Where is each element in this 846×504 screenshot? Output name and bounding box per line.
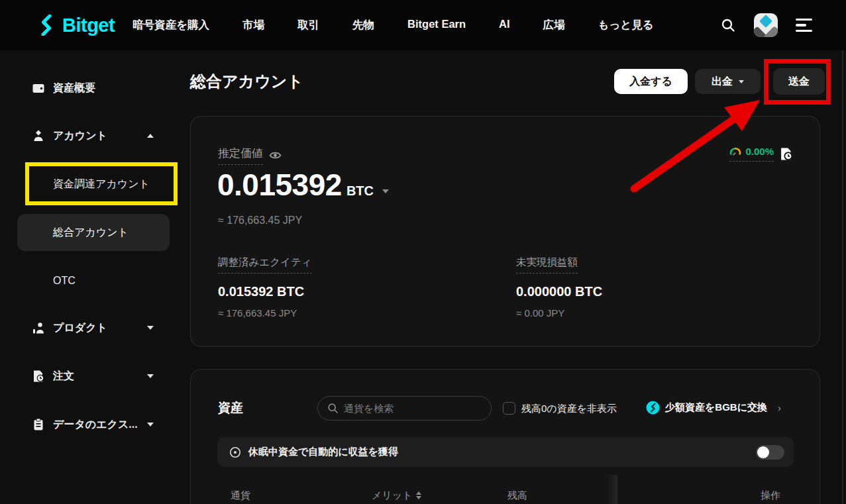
total-value-unit: BTC: [346, 183, 374, 199]
sidebar-label: 資金調達アカウント: [53, 177, 150, 191]
search-icon[interactable]: [720, 17, 736, 33]
sidebar-item-otc[interactable]: OTC: [0, 268, 191, 294]
assets-title: 資産: [218, 399, 243, 417]
sidebar-item-asset-overview[interactable]: 資産概要: [0, 75, 191, 101]
wallet-icon: [32, 81, 45, 95]
unrealized-pnl-value: 0.000000 BTC: [516, 284, 602, 299]
menu-icon[interactable]: [796, 19, 813, 32]
nav-item-earn[interactable]: Bitget Earn: [407, 18, 466, 32]
convert-to-bgb-label: 少額資産をBGBに交換: [665, 401, 767, 414]
pnl-summary: 0.00%: [729, 146, 793, 162]
eye-icon[interactable]: [269, 149, 282, 162]
expand-icon: [147, 423, 154, 427]
page-title: 総合アカウント: [190, 71, 303, 92]
withdraw-label: 出金: [712, 75, 733, 89]
nav-item-buy-crypto[interactable]: 暗号資産を購入: [132, 18, 209, 32]
withdraw-button[interactable]: 出金: [695, 69, 761, 94]
nav-item-ai[interactable]: AI: [499, 18, 510, 32]
expand-icon: [147, 326, 154, 330]
pnl-history-icon[interactable]: [779, 147, 793, 161]
nav-item-more[interactable]: もっと見る: [598, 18, 654, 32]
auto-earn-label: 休眠中資金で自動的に収益を獲得: [248, 446, 398, 458]
bitget-logo[interactable]: Bitget: [36, 15, 115, 36]
auto-earn-toggle[interactable]: [756, 445, 784, 460]
unrealized-pnl-block: 未実現損益額 0.000000 BTC ≈ 0.00 JPY: [516, 256, 602, 319]
toggle-knob: [757, 446, 769, 458]
chevron-right-icon: ›: [778, 402, 781, 413]
nav-menu: 暗号資産を購入 市場 取引 先物 Bitget Earn AI 広場 もっと見る: [132, 18, 653, 32]
column-header-balance: 残高: [507, 489, 527, 502]
sidebar-item-orders[interactable]: 注文: [0, 363, 191, 389]
sidebar-label: アカウント: [53, 129, 107, 143]
sidebar-item-products[interactable]: プロダクト: [0, 315, 191, 341]
hide-zero-label[interactable]: 残高0の資産を非表示: [521, 403, 617, 415]
sidebar-label: OTC: [53, 275, 76, 287]
column-header-benefit[interactable]: メリット: [372, 489, 412, 502]
account-icon: [32, 129, 45, 142]
sidebar-label: データのエクス...: [53, 418, 138, 432]
search-icon: [327, 403, 339, 414]
total-value: 0.015392: [217, 167, 342, 203]
chevron-down-icon: [739, 80, 744, 83]
transfer-button[interactable]: 送金: [773, 68, 825, 95]
sidebar-label: 資産概要: [53, 81, 95, 95]
bitget-assets-page: Bitget 暗号資産を購入 市場 取引 先物 Bitget Earn AI 広…: [0, 0, 846, 504]
clipboard-icon: [32, 418, 45, 431]
column-header-coin: 通貨: [231, 489, 250, 502]
expand-icon: [147, 374, 154, 378]
adjusted-equity-fiat: ≈ 176,663.45 JPY: [218, 307, 312, 319]
adjusted-equity-label: 調整済みエクイティ: [218, 256, 312, 274]
avatar[interactable]: [754, 13, 778, 37]
adjusted-equity-block: 調整済みエクイティ 0.015392 BTC ≈ 176,663.45 JPY: [218, 256, 312, 319]
adjusted-equity-value: 0.015392 BTC: [218, 284, 312, 299]
sidebar-label: 総合アカウント: [53, 226, 129, 240]
top-nav: Bitget 暗号資産を購入 市場 取引 先物 Bitget Earn AI 広…: [0, 0, 846, 50]
table-scroll-shadow: [607, 475, 617, 504]
deposit-button[interactable]: 入金する: [614, 69, 688, 94]
sidebar-item-account[interactable]: アカウント: [0, 123, 191, 149]
gauge-icon: [729, 146, 741, 156]
sidebar-label: 注文: [53, 370, 74, 383]
transfer-label: 送金: [788, 75, 810, 89]
bgb-coin-icon: [646, 401, 660, 415]
nav-item-trade[interactable]: 取引: [297, 18, 319, 32]
sidebar-label: プロダクト: [53, 321, 107, 335]
assets-card: 資産 残高0の資産を非表示 少額資産をBGBに交換 › 休眠中資: [190, 369, 820, 504]
hide-zero-checkbox[interactable]: [503, 402, 515, 415]
nav-item-futures[interactable]: 先物: [352, 18, 374, 32]
unit-selector-icon[interactable]: [382, 189, 389, 193]
unrealized-pnl-fiat: ≈ 0.00 JPY: [516, 307, 602, 319]
nav-item-markets[interactable]: 市場: [242, 18, 264, 32]
sidebar-item-data-export[interactable]: データのエクス...: [0, 411, 191, 438]
scrollbar-track: [842, 50, 843, 504]
avatar-diamond: [759, 15, 772, 28]
auto-earn-banner: 休眠中資金で自動的に収益を獲得: [217, 437, 794, 467]
orders-icon: [32, 370, 45, 383]
deposit-label: 入金する: [629, 75, 672, 89]
sidebar-item-unified-account[interactable]: 総合アカウント: [17, 214, 170, 251]
products-icon: [32, 321, 45, 334]
sort-icon[interactable]: [416, 491, 421, 499]
estimated-value-label: 推定価値: [218, 146, 263, 165]
circle-dot-icon: [229, 446, 241, 458]
asset-search: [317, 396, 492, 421]
overview-card: 推定価値 0.015392 BTC ≈ 176,663.45 JPY 0.00%: [190, 116, 820, 347]
nav-item-square[interactable]: 広場: [543, 18, 565, 32]
collapse-icon: [147, 134, 154, 138]
bitget-logo-text: Bitget: [62, 15, 115, 36]
unrealized-pnl-label: 未実現損益額: [516, 256, 578, 274]
sidebar-item-funding-account[interactable]: 資金調達アカウント: [0, 171, 191, 197]
column-header-action: 操作: [761, 489, 780, 502]
asset-search-input[interactable]: [344, 403, 482, 414]
convert-to-bgb-link[interactable]: 少額資産をBGBに交換 ›: [646, 401, 781, 415]
total-value-fiat: ≈ 176,663.45 JPY: [218, 215, 302, 227]
pnl-percent: 0.00%: [745, 146, 774, 157]
bitget-logo-icon: [36, 15, 57, 36]
nav-right-cluster: [720, 13, 813, 37]
